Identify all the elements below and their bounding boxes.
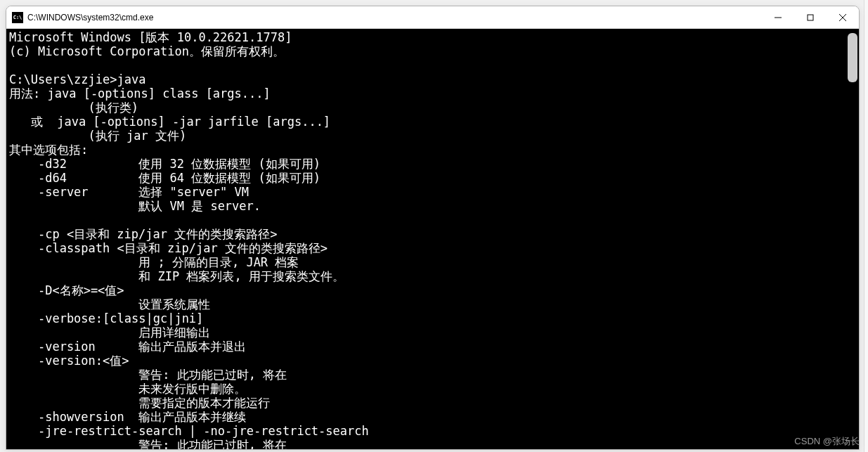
cmd-icon-text: C:\ <box>13 15 22 20</box>
close-icon <box>839 14 846 21</box>
outer-edge <box>864 0 868 452</box>
window-title: C:\WINDOWS\system32\cmd.exe <box>27 13 762 22</box>
titlebar[interactable]: C:\ C:\WINDOWS\system32\cmd.exe <box>6 6 859 29</box>
minimize-button[interactable] <box>762 6 794 28</box>
svg-rect-1 <box>808 15 813 20</box>
maximize-button[interactable] <box>794 6 827 28</box>
watermark: CSDN @张场长 <box>794 435 860 448</box>
cmd-icon: C:\ <box>12 12 23 23</box>
scrollbar-thumb[interactable] <box>848 33 857 82</box>
window-controls <box>762 6 859 28</box>
terminal-text: Microsoft Windows [版本 10.0.22621.1778] (… <box>9 30 369 449</box>
minimize-icon <box>775 14 782 21</box>
close-button[interactable] <box>827 6 859 28</box>
maximize-icon <box>807 14 814 21</box>
cmd-window: C:\ C:\WINDOWS\system32\cmd.exe Microsof… <box>6 6 860 450</box>
terminal-output[interactable]: Microsoft Windows [版本 10.0.22621.1778] (… <box>6 29 859 449</box>
